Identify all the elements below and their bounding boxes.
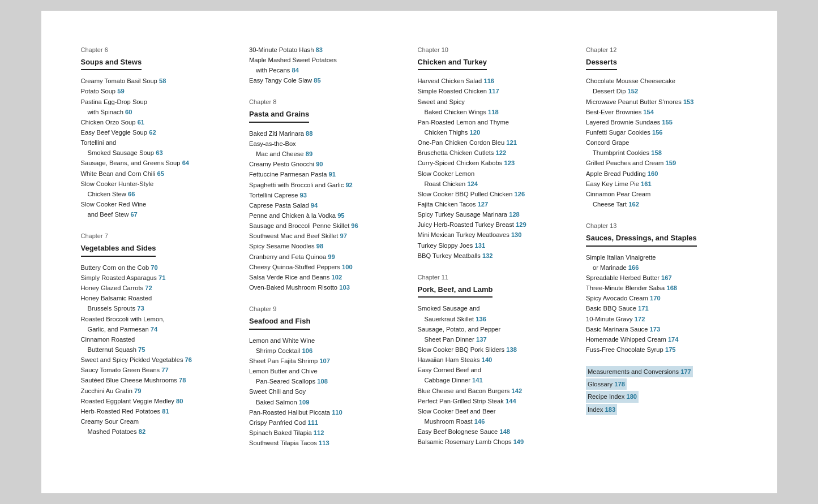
list-item: Sheet Pan Fajita Shrimp 107 — [249, 356, 401, 366]
chapter-6-entries: Creamy Tomato Basil Soup 58 Potato Soup … — [81, 76, 233, 219]
list-item: or Marinade 166 — [586, 262, 738, 273]
list-item: Thumbprint Cookies 158 — [586, 148, 738, 158]
list-item: Best-Ever Brownies 154 — [586, 107, 738, 117]
list-item: Grilled Peaches and Cream 159 — [586, 158, 738, 168]
list-item: Herb-Roasted Red Potatoes 81 — [81, 406, 233, 416]
list-item: Simply Roasted Asparagus 71 — [81, 273, 233, 283]
list-item: Honey Balsamic Roasted — [81, 293, 233, 303]
list-item: Cranberry and Feta Quinoa 99 — [249, 252, 401, 262]
list-item: Slow Cooker Beef and Beer — [418, 406, 569, 416]
list-item: Three-Minute Blender Salsa 168 — [586, 283, 738, 293]
list-item: Mac and Cheese 89 — [249, 149, 401, 159]
list-item: Easy-as-the-Box — [249, 139, 401, 149]
list-item: Spicy Avocado Cream 170 — [586, 293, 738, 303]
list-item: and Beef Stew 67 — [81, 209, 233, 219]
list-item: Fettuccine Parmesan Pasta 91 — [249, 169, 401, 179]
list-item: Roasted Eggplant Veggie Medley 80 — [81, 396, 233, 406]
list-item: Homemade Whipped Cream 174 — [586, 334, 738, 344]
list-item: 10-Minute Gravy 172 — [586, 314, 738, 324]
chapter-8-label: Chapter 8 — [249, 97, 401, 107]
list-item: Baked Chicken Wings 118 — [418, 107, 569, 117]
list-item: Sweet and Spicy Pickled Vegetables 76 — [81, 355, 233, 365]
list-item: Potato Soup 59 — [81, 86, 233, 96]
chapter-8-entries: Baked Ziti Marinara 88 Easy-as-the-Box M… — [249, 128, 401, 292]
list-item: Buttery Corn on the Cob 70 — [81, 262, 233, 273]
list-item: One-Pan Chicken Cordon Bleu 121 — [418, 137, 569, 148]
list-item: Sausage, Beans, and Greens Soup 64 — [81, 158, 233, 168]
chapter-6-title: Soups and Stews — [81, 56, 142, 70]
list-item: Spinach Baked Tilapia 112 — [249, 428, 401, 438]
list-item: Slow Cooker Hunter-Style — [81, 179, 233, 189]
chapter-6-label: Chapter 6 — [81, 45, 233, 55]
list-item: Spicy Sesame Noodles 98 — [249, 241, 401, 251]
chapter-10-entries: Harvest Chicken Salad 116 Simple Roasted… — [418, 76, 569, 261]
chapter-11-block: Chapter 11 Pork, Beef, and Lamb Smoked S… — [418, 272, 569, 447]
list-item: Sausage, Potato, and Pepper — [418, 324, 569, 334]
list-item: Harvest Chicken Salad 116 — [418, 76, 569, 86]
column-3: Chapter 10 Chicken and Turkey Harvest Ch… — [418, 45, 569, 460]
list-item: Creamy Sour Cream — [81, 416, 233, 427]
list-item: Spicy Turkey Sausage Marinara 128 — [418, 209, 569, 219]
list-item: Tortellini Caprese 93 — [249, 190, 401, 200]
chapter-10-block: Chapter 10 Chicken and Turkey Harvest Ch… — [418, 45, 569, 261]
page: Chapter 6 Soups and Stews Creamy Tomato … — [41, 11, 777, 494]
list-item: Roast Chicken 124 — [418, 179, 569, 189]
list-item: Easy Beef Veggie Soup 62 — [81, 127, 233, 137]
list-item: Chicken Stew 66 — [81, 189, 233, 199]
list-item: Cinnamon Roasted — [81, 334, 233, 344]
list-item: Baked Ziti Marinara 88 — [249, 128, 401, 139]
list-item: Penne and Chicken à la Vodka 95 — [249, 210, 401, 221]
list-item: Sheet Pan Dinner 137 — [418, 334, 569, 344]
chapter-13-block: Chapter 13 Sauces, Dressings, and Staple… — [586, 221, 738, 355]
chapter-8-title: Pasta and Grains — [249, 108, 309, 122]
list-item: Chicken Thighs 120 — [418, 127, 569, 137]
list-item: Basic Marinara Sauce 173 — [586, 324, 738, 334]
list-item: Blue Cheese and Bacon Burgers 142 — [418, 386, 569, 396]
highlight-item-index: Index 183 — [586, 404, 617, 415]
list-item: Balsamic Rosemary Lamb Chops 149 — [418, 437, 569, 447]
list-item: 30-Minute Potato Hash 83 — [249, 45, 401, 55]
list-item: Easy Key Lime Pie 161 — [586, 179, 738, 189]
chapter-11-entries: Smoked Sausage and Sauerkraut Skillet 13… — [418, 303, 569, 447]
chapter-11-label: Chapter 11 — [418, 272, 569, 282]
list-item: Mashed Potatoes 82 — [81, 427, 233, 437]
list-item: Slow Cooker BBQ Pulled Chicken 126 — [418, 189, 569, 199]
list-item: Easy Tangy Cole Slaw 85 — [249, 75, 401, 85]
list-item: Butternut Squash 75 — [81, 344, 233, 355]
list-item: Chicken Orzo Soup 61 — [81, 117, 233, 127]
list-item: Saucy Tomato Green Beans 77 — [81, 365, 233, 375]
chapter-13-title: Sauces, Dressings, and Staples — [586, 232, 697, 246]
chapter-10-label: Chapter 10 — [418, 45, 569, 55]
list-item: Crispy Panfried Cod 111 — [249, 417, 401, 428]
list-item: Pastina Egg-Drop Soup — [81, 97, 233, 107]
list-item: Spreadable Herbed Butter 167 — [586, 273, 738, 283]
list-item: Perfect Pan-Grilled Strip Steak 144 — [418, 396, 569, 406]
list-item: Slow Cooker Lemon — [418, 169, 569, 179]
list-item: Creamy Tomato Basil Soup 58 — [81, 76, 233, 86]
highlight-item-measurements: Measurements and Conversions 177 — [586, 366, 693, 377]
highlight-item-glossary: Glossary 178 — [586, 378, 627, 390]
list-item: Sweet Chili and Soy — [249, 386, 401, 397]
list-item: Sweet and Spicy — [418, 97, 569, 107]
list-item: Brussels Sprouts 73 — [81, 303, 233, 313]
list-item: Slow Cooker Red Wine — [81, 199, 233, 209]
list-item: Roasted Broccoli with Lemon, — [81, 314, 233, 324]
list-item: Creamy Pesto Gnocchi 90 — [249, 159, 401, 169]
list-item: Funfetti Sugar Cookies 156 — [586, 127, 738, 137]
chapter-9-entries: Lemon and White Wine Shrimp Cocktail 106… — [249, 335, 401, 449]
list-item: Microwave Peanut Butter S'mores 153 — [586, 97, 738, 107]
list-item: Curry-Spiced Chicken Kabobs 123 — [418, 158, 569, 168]
list-item: Turkey Sloppy Joes 131 — [418, 240, 569, 251]
chapter-10-title: Chicken and Turkey — [418, 56, 487, 70]
list-item: Caprese Pasta Salad 94 — [249, 200, 401, 210]
chapter-7-label: Chapter 7 — [81, 231, 233, 241]
list-item: Southwest Tilapia Tacos 113 — [249, 438, 401, 448]
list-item: Salsa Verde Rice and Beans 102 — [249, 272, 401, 282]
col2-top-entries: 30-Minute Potato Hash 83 Maple Mashed Sw… — [249, 45, 401, 86]
list-item: Juicy Herb-Roasted Turkey Breast 129 — [418, 219, 569, 230]
list-item: Oven-Baked Mushroom Risotto 103 — [249, 282, 401, 292]
list-item: Cheesy Quinoa-Stuffed Peppers 100 — [249, 262, 401, 272]
chapter-7-block: Chapter 7 Vegetables and Sides Buttery C… — [81, 231, 233, 437]
list-item: White Bean and Corn Chili 65 — [81, 169, 233, 179]
chapter-12-entries: Chocolate Mousse Cheesecake Dessert Dip … — [586, 76, 738, 209]
